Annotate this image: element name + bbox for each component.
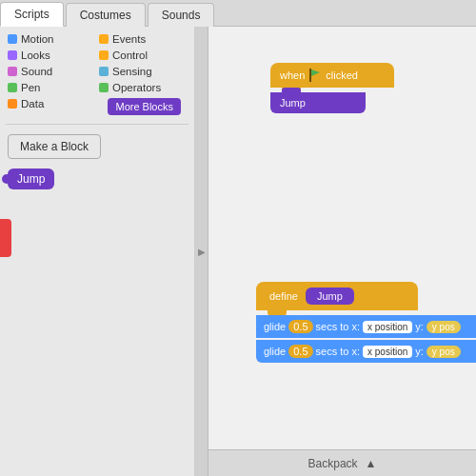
notch-top-jump	[282, 88, 301, 93]
backpack-arrow-icon: ▲	[366, 457, 377, 470]
red-indicator	[0, 219, 11, 257]
glide-ypos-1[interactable]: y pos	[426, 321, 461, 333]
define-name-badge: Jump	[306, 288, 354, 305]
top-tabs: Scripts Costumes Sounds	[0, 0, 476, 27]
make-block-area: Make a Block	[0, 129, 194, 165]
define-group: define Jump glide 0.5 secs to x: x posit…	[256, 282, 476, 363]
operators-label: Operators	[112, 82, 161, 93]
when-label: when	[280, 69, 305, 81]
jump-custom-block[interactable]: Jump	[8, 169, 54, 189]
glide-label-2: glide	[264, 346, 286, 357]
flag-icon	[308, 69, 322, 82]
motion-dot	[8, 34, 17, 44]
backpack-label: Backpack	[308, 457, 358, 470]
sensing-dot	[99, 67, 109, 76]
operators-dot	[99, 83, 109, 92]
category-sound[interactable]: Sound	[6, 65, 97, 78]
tab-costumes[interactable]: Costumes	[66, 3, 146, 27]
category-more-blocks-row: More Blocks	[97, 97, 188, 116]
category-operators[interactable]: Operators	[97, 81, 188, 94]
main-layout: Motion Looks Sound Pen Data	[0, 27, 476, 476]
left-sidebar: Motion Looks Sound Pen Data	[0, 27, 195, 476]
when-clicked-group: when clicked Jump	[270, 63, 394, 113]
tab-sounds[interactable]: Sounds	[148, 3, 215, 27]
svg-rect-0	[309, 69, 311, 82]
category-control[interactable]: Control	[97, 49, 188, 62]
expand-strip[interactable]: ▶	[195, 27, 208, 476]
categories-left: Motion Looks Sound Pen Data	[6, 32, 97, 116]
category-data[interactable]: Data	[6, 97, 97, 110]
more-blocks-button[interactable]: More Blocks	[108, 98, 181, 115]
glide-label-1: glide	[264, 321, 286, 332]
make-block-button[interactable]: Make a Block	[8, 134, 101, 159]
glide-xpos-2[interactable]: x position	[363, 346, 412, 358]
expand-icon: ▶	[198, 247, 206, 257]
jump-block[interactable]: Jump	[270, 92, 366, 113]
looks-dot	[8, 50, 17, 60]
jump-label: Jump	[280, 97, 306, 109]
backpack-bar[interactable]: Backpack ▲	[208, 449, 476, 476]
glide-xpos-1[interactable]: x position	[363, 321, 412, 333]
notch-top-glide2	[268, 340, 287, 341]
glide-label3-2: y:	[415, 346, 424, 357]
control-dot	[99, 50, 109, 60]
pen-label: Pen	[21, 82, 40, 93]
custom-blocks-list: Jump	[0, 165, 194, 193]
category-motion[interactable]: Motion	[6, 32, 97, 46]
glide-block-2[interactable]: glide 0.5 secs to x: x position y: y pos	[256, 340, 476, 363]
sound-dot	[8, 67, 17, 76]
motion-label: Motion	[21, 33, 54, 45]
glide-label2-1: secs to x:	[316, 321, 360, 332]
data-dot	[8, 99, 17, 109]
categories-right: Events Control Sensing Operators More Bl…	[97, 32, 188, 116]
glide-label3-1: y:	[415, 321, 424, 332]
events-dot	[99, 34, 109, 44]
looks-label: Looks	[21, 50, 50, 61]
define-label: define	[269, 290, 298, 302]
notch-top-glide1	[268, 315, 287, 316]
control-label: Control	[112, 50, 148, 61]
glide-block-1[interactable]: glide 0.5 secs to x: x position y: y pos	[256, 315, 476, 338]
glide-val1-1[interactable]: 0.5	[288, 320, 312, 333]
sensing-label: Sensing	[112, 66, 152, 77]
events-label: Events	[112, 33, 146, 45]
data-label: Data	[21, 98, 44, 109]
category-looks[interactable]: Looks	[6, 49, 97, 62]
glide-label2-2: secs to x:	[316, 346, 360, 357]
glide-ypos-2[interactable]: y pos	[426, 346, 461, 358]
pen-dot	[8, 83, 17, 92]
script-canvas[interactable]: when clicked Jump	[208, 27, 476, 476]
divider-1	[6, 124, 188, 125]
clicked-label: clicked	[326, 69, 358, 81]
define-block[interactable]: define Jump	[256, 282, 418, 310]
svg-marker-1	[311, 69, 320, 76]
glide-val1-2[interactable]: 0.5	[288, 345, 312, 358]
category-events[interactable]: Events	[97, 32, 188, 46]
tab-scripts[interactable]: Scripts	[0, 2, 64, 27]
categories-panel: Motion Looks Sound Pen Data	[0, 27, 194, 120]
category-pen[interactable]: Pen	[6, 81, 97, 94]
category-sensing[interactable]: Sensing	[97, 65, 188, 78]
sound-label: Sound	[21, 66, 52, 77]
